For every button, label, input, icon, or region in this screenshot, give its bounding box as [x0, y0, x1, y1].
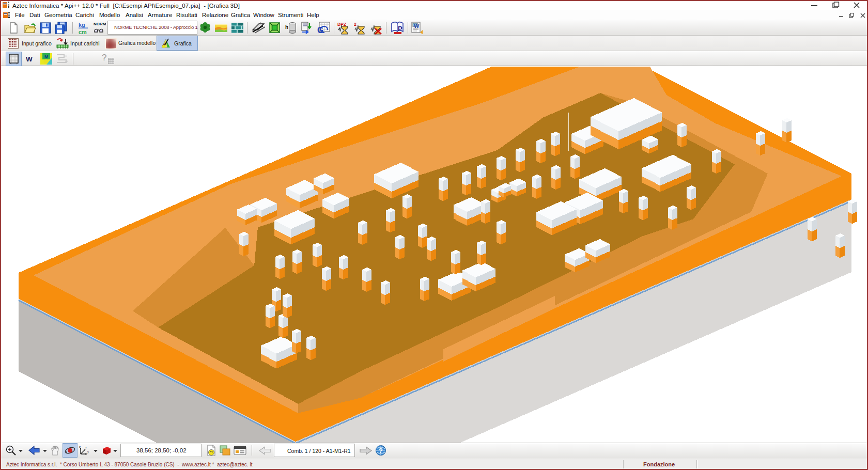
svg-text:cm: cm — [79, 29, 87, 35]
svg-text:kg: kg — [79, 22, 85, 28]
svg-text:2: 2 — [354, 22, 357, 27]
svg-text:h: h — [285, 24, 288, 30]
svg-text:W: W — [414, 23, 420, 29]
svg-text:y: y — [87, 450, 89, 453]
svg-text:P: P — [398, 25, 402, 33]
svg-text:?: ? — [379, 447, 383, 455]
svg-text:M: M — [44, 54, 49, 59]
svg-text:x: x — [85, 446, 87, 449]
svg-text:NORM: NORM — [94, 22, 106, 26]
svg-text:z: z — [79, 445, 81, 448]
